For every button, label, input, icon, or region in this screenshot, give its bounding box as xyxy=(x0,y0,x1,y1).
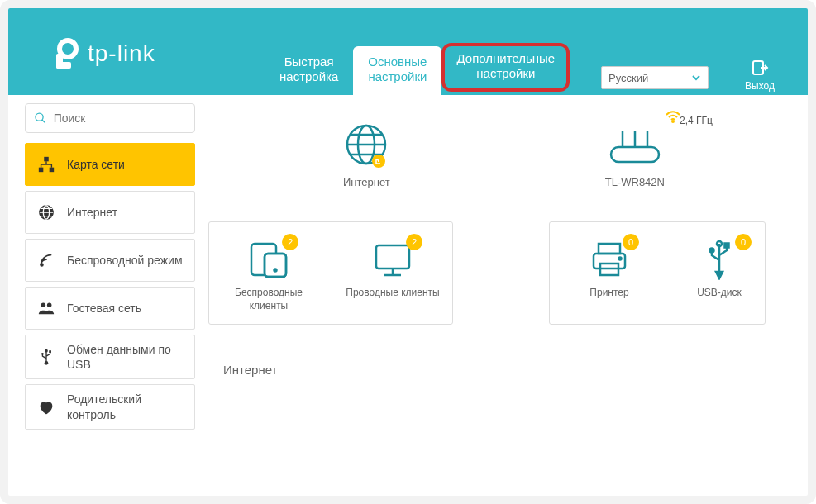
sidebar-item-usb[interactable]: Обмен данными по USB xyxy=(25,335,195,379)
sidebar-item-network-map[interactable]: Карта сети xyxy=(25,143,195,186)
sidebar-item-internet[interactable]: Интернет xyxy=(25,191,195,234)
tab-quick-setup[interactable]: Быстрая настройка xyxy=(265,46,353,96)
svg-point-14 xyxy=(41,353,44,355)
topology-router[interactable]: 2,4 ГГц TL-WR842N xyxy=(605,120,665,188)
usb-icon xyxy=(37,348,55,366)
tplink-logo-icon xyxy=(50,37,83,70)
usb-large-icon xyxy=(704,239,734,280)
sidebar-item-label: Карта сети xyxy=(67,157,125,172)
svg-point-30 xyxy=(619,258,622,260)
language-select[interactable]: Русский xyxy=(601,66,709,89)
svg-rect-7 xyxy=(50,168,54,173)
svg-point-12 xyxy=(47,303,51,308)
header-bar: tp-link Быстрая настройка Основные настр… xyxy=(8,8,808,95)
sidebar-item-guest[interactable]: Гостевая сеть xyxy=(25,287,195,330)
wifi-icon xyxy=(37,251,55,269)
guest-icon xyxy=(37,299,55,317)
sidebar-item-label: Обмен данными по USB xyxy=(67,342,183,372)
sidebar-item-parental[interactable]: Родительский контроль xyxy=(25,384,195,429)
status-ok-icon xyxy=(372,155,385,168)
client-wireless[interactable]: 2 Беспроводные клиенты xyxy=(217,237,320,312)
tab-basic[interactable]: Основные настройки xyxy=(353,46,441,96)
logout-icon xyxy=(750,58,770,78)
svg-rect-26 xyxy=(376,245,409,269)
logout-button[interactable]: Выход xyxy=(745,58,775,92)
svg-rect-6 xyxy=(39,168,44,173)
svg-rect-23 xyxy=(265,254,286,277)
parental-icon xyxy=(37,398,55,416)
svg-point-25 xyxy=(274,269,277,272)
client-label: Беспроводные клиенты xyxy=(217,287,320,312)
clients-box-lan: 2 Беспроводные клиенты 2 Проводные клиен… xyxy=(208,221,453,325)
svg-point-21 xyxy=(672,121,674,122)
count-badge: 0 xyxy=(735,234,752,250)
sidebar: Карта сети Интернет Беспроводной режим Г… xyxy=(8,95,200,496)
brand-name: tp-link xyxy=(88,40,155,67)
section-internet-title: Интернет xyxy=(223,363,808,377)
svg-rect-2 xyxy=(56,62,71,69)
count-badge: 2 xyxy=(406,234,422,250)
topology-internet[interactable]: Интернет xyxy=(343,120,390,188)
svg-point-4 xyxy=(36,113,43,121)
svg-rect-15 xyxy=(49,350,51,353)
svg-rect-28 xyxy=(594,254,625,269)
sidebar-item-label: Интернет xyxy=(67,205,117,220)
svg-rect-27 xyxy=(599,244,620,254)
topology-internet-label: Интернет xyxy=(343,176,390,188)
router-model-label: TL-WR842N xyxy=(605,176,665,188)
search-box[interactable] xyxy=(25,103,195,133)
svg-point-32 xyxy=(710,249,714,253)
client-label: USB-диск xyxy=(682,287,756,300)
svg-rect-5 xyxy=(44,157,49,162)
search-input[interactable] xyxy=(54,112,186,125)
client-printer[interactable]: 0 Принтер xyxy=(558,237,661,312)
chevron-down-icon xyxy=(691,73,701,83)
clients-box-usb: 0 Принтер 0 USB-диск xyxy=(549,221,766,325)
svg-rect-33 xyxy=(725,244,729,248)
sidebar-item-wireless[interactable]: Беспроводной режим xyxy=(25,239,195,282)
language-value: Русский xyxy=(608,72,648,84)
main-tabs: Быстрая настройка Основные настройки Доп… xyxy=(265,43,570,96)
count-badge: 0 xyxy=(623,234,639,250)
frequency-label: 2,4 ГГц xyxy=(680,115,713,126)
sidebar-item-label: Родительский контроль xyxy=(67,392,183,421)
logout-label: Выход xyxy=(745,80,775,92)
count-badge: 2 xyxy=(282,234,298,250)
client-label: Проводные клиенты xyxy=(341,287,444,300)
router-icon xyxy=(606,124,664,165)
svg-point-16 xyxy=(45,361,49,365)
sidebar-item-label: Гостевая сеть xyxy=(67,301,141,316)
svg-point-10 xyxy=(41,264,43,266)
network-map-icon xyxy=(37,155,55,174)
svg-point-11 xyxy=(41,303,46,308)
wifi-signal-icon xyxy=(665,110,681,123)
globe-icon xyxy=(37,203,55,221)
svg-rect-20 xyxy=(611,147,659,162)
client-wired[interactable]: 2 Проводные клиенты xyxy=(341,237,444,312)
client-label: Принтер xyxy=(558,287,661,300)
search-icon xyxy=(34,111,47,126)
brand-logo: tp-link xyxy=(50,37,155,70)
sidebar-item-label: Беспроводной режим xyxy=(67,253,183,268)
client-usb-disk[interactable]: 0 USB-диск xyxy=(682,237,756,312)
tab-advanced[interactable]: Дополнительные настройки xyxy=(441,43,570,93)
main-content: Интернет 2,4 ГГц TL-WR842N xyxy=(200,95,808,496)
